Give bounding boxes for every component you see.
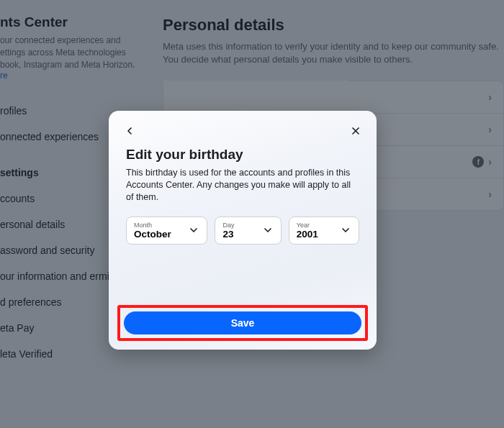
close-button[interactable]: [348, 123, 364, 139]
modal-description: This birthday is used for the accounts a…: [126, 167, 359, 204]
back-button[interactable]: [122, 123, 138, 139]
chevron-down-icon: [340, 224, 351, 236]
day-value: 23: [222, 229, 234, 240]
day-select[interactable]: Day 23: [215, 217, 281, 245]
modal-title: Edit your birthday: [126, 147, 359, 163]
month-value: October: [134, 229, 171, 240]
day-label: Day: [222, 222, 234, 229]
year-value: 2001: [297, 229, 318, 240]
month-label: Month: [134, 222, 171, 229]
chevron-left-icon: [124, 125, 135, 137]
month-select[interactable]: Month October: [126, 217, 207, 245]
save-button[interactable]: Save: [124, 311, 361, 334]
year-select[interactable]: Year 2001: [289, 217, 359, 245]
chevron-down-icon: [188, 224, 199, 236]
edit-birthday-modal: Edit your birthday This birthday is used…: [109, 111, 377, 350]
close-icon: [350, 125, 361, 137]
year-label: Year: [297, 222, 318, 229]
chevron-down-icon: [262, 224, 274, 236]
highlight-annotation: Save: [117, 305, 368, 341]
